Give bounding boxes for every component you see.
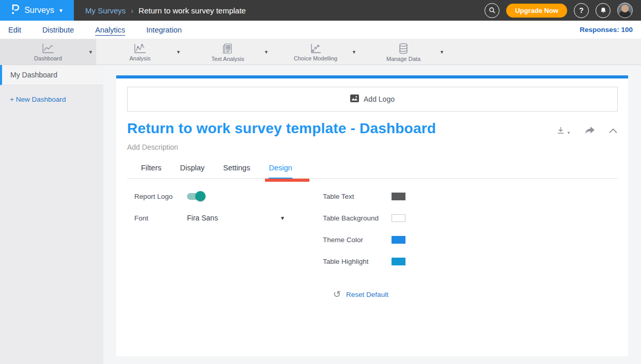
chevron-down-icon: ▼ — [280, 215, 285, 221]
add-description-field[interactable]: Add Description — [127, 143, 618, 151]
image-icon — [350, 94, 359, 104]
design-settings-form: Report Logo Font Fira Sans ▼ Table Text — [127, 193, 618, 279]
toolbar-label: Dashboard — [34, 55, 62, 61]
table-background-color-swatch[interactable] — [392, 214, 405, 222]
tab-display[interactable]: Display — [180, 164, 205, 178]
table-highlight-color-swatch[interactable] — [392, 258, 405, 265]
toolbar-label: Analysis — [130, 55, 151, 61]
analytics-toolbar: Dashboard ▼ Analysis ▼ Text Analysis ▼ — [0, 39, 641, 65]
download-icon[interactable]: ▼ — [556, 125, 571, 135]
tab-settings[interactable]: Settings — [223, 164, 250, 178]
tab-design[interactable]: Design — [269, 164, 292, 179]
toolbar-dashboard[interactable]: Dashboard ▼ — [0, 39, 96, 65]
responses-count[interactable]: Responses: 100 — [580, 26, 633, 34]
breadcrumb-separator: › — [131, 6, 133, 15]
chevron-down-icon[interactable]: ▼ — [88, 50, 93, 55]
chevron-down-icon[interactable]: ▼ — [176, 50, 181, 55]
tab-analytics[interactable]: Analytics — [95, 26, 125, 34]
font-label: Font — [134, 214, 187, 222]
toolbar-text-analysis[interactable]: Text Analysis ▼ — [184, 39, 272, 65]
user-avatar[interactable] — [617, 3, 633, 18]
questionpro-logo-icon — [10, 4, 20, 17]
survey-nav: Edit Distribute Analytics Integration Re… — [0, 21, 641, 39]
top-header: Surveys ▼ My Surveys › Return to work su… — [0, 0, 641, 21]
tab-edit[interactable]: Edit — [8, 26, 21, 34]
tab-distribute[interactable]: Distribute — [42, 26, 74, 34]
dashboard-sidebar: My Dashboard + New Dashboard — [0, 65, 103, 364]
breadcrumb: My Surveys › Return to work survey templ… — [85, 6, 246, 15]
chevron-down-icon[interactable]: ▼ — [352, 50, 356, 55]
trend-chart-icon — [133, 43, 147, 54]
app-logo-menu[interactable]: Surveys ▼ — [0, 0, 74, 21]
toolbar-label: Text Analysis — [211, 56, 244, 62]
report-logo-toggle[interactable] — [187, 193, 204, 200]
table-text-label: Table Text — [323, 193, 392, 200]
collapse-chevron-up-icon[interactable] — [608, 128, 618, 134]
table-highlight-label: Table Highlight — [323, 258, 392, 265]
document-icon — [222, 42, 234, 55]
theme-color-label: Theme Color — [323, 236, 392, 244]
tab-filters[interactable]: Filters — [141, 164, 161, 178]
toolbar-label: Choice Modelling — [294, 55, 337, 61]
sidebar-item-my-dashboard[interactable]: My Dashboard — [0, 65, 103, 85]
click-highlight-marker — [265, 179, 309, 182]
table-background-label: Table Background — [323, 214, 392, 222]
tab-integration[interactable]: Integration — [146, 26, 182, 34]
reset-icon: ↻ — [333, 290, 341, 299]
brand-label: Surveys — [24, 6, 54, 15]
search-icon[interactable] — [484, 3, 499, 18]
chevron-down-icon: ▼ — [58, 8, 64, 13]
page-title: Return to work survey template - Dashboa… — [127, 120, 436, 137]
breadcrumb-my-surveys[interactable]: My Surveys — [85, 6, 126, 15]
dashboard-card: Add Logo Return to work survey template … — [116, 75, 628, 356]
chevron-down-icon: ▼ — [567, 131, 571, 135]
font-select[interactable]: Fira Sans ▼ — [187, 214, 285, 222]
new-dashboard-link[interactable]: + New Dashboard — [10, 96, 66, 103]
font-select-value: Fira Sans — [187, 214, 218, 222]
toolbar-label: Manage Data — [386, 56, 420, 62]
reset-default-label: Reset Default — [346, 291, 388, 298]
sidebar-item-label: My Dashboard — [10, 71, 57, 79]
breadcrumb-current: Return to work survey template — [138, 6, 246, 15]
chevron-down-icon[interactable]: ▼ — [264, 50, 269, 55]
add-logo-label: Add Logo — [364, 95, 395, 103]
toggle-knob — [195, 191, 206, 201]
dashboard-tabs: Filters Display Settings Design — [127, 164, 618, 179]
line-chart-icon — [41, 43, 55, 54]
add-logo-button[interactable]: Add Logo — [127, 87, 618, 112]
scatter-chart-icon — [309, 43, 322, 54]
chevron-down-icon[interactable]: ▼ — [440, 50, 444, 55]
theme-color-swatch[interactable] — [392, 236, 405, 244]
reset-default-button[interactable]: ↻ Reset Default — [333, 290, 618, 299]
notifications-bell-icon[interactable] — [596, 3, 611, 18]
toolbar-choice-modelling[interactable]: Choice Modelling ▼ — [272, 39, 359, 65]
tab-design-label: Design — [269, 164, 292, 172]
help-icon[interactable]: ? — [574, 3, 589, 18]
upgrade-now-button[interactable]: Upgrade Now — [506, 4, 567, 18]
report-logo-label: Report Logo — [134, 193, 187, 200]
toolbar-manage-data[interactable]: Manage Data ▼ — [359, 39, 447, 65]
share-icon[interactable] — [584, 126, 595, 135]
database-icon — [397, 42, 410, 55]
table-text-color-swatch[interactable] — [392, 193, 405, 200]
toolbar-analysis[interactable]: Analysis ▼ — [96, 39, 184, 65]
